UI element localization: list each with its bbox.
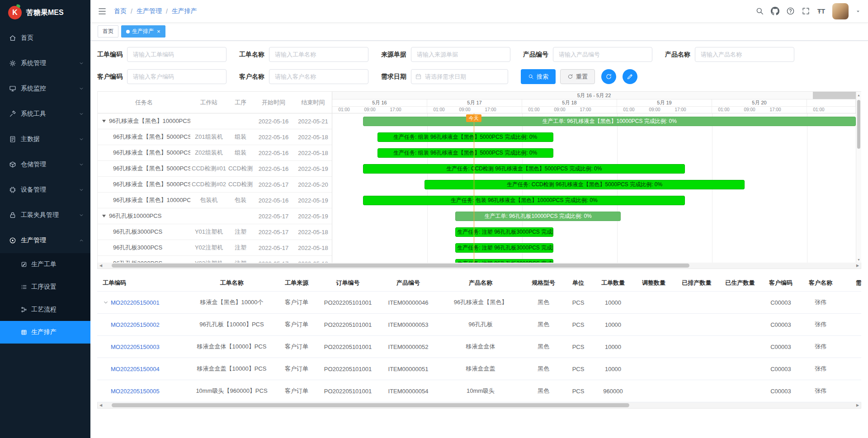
- sidebar-item-warehouse[interactable]: 仓储管理: [0, 152, 90, 177]
- scrollbar-track[interactable]: [104, 402, 854, 408]
- user-avatar[interactable]: [832, 3, 849, 19]
- gantt-bar[interactable]: 生产任务: CCD检测 96孔移液盒【黑色】5000PCS 完成比例: 0%: [363, 164, 685, 174]
- breadcrumb-separator: /: [166, 8, 168, 15]
- product-name-input[interactable]: [695, 47, 794, 62]
- work-order-name-input[interactable]: [269, 47, 368, 62]
- sidebar-item-home[interactable]: 首页: [0, 25, 90, 51]
- scroll-left-arrow-icon[interactable]: ◀: [98, 263, 104, 268]
- navbar-actions: ŦT: [755, 3, 861, 19]
- gantt-horizontal-scrollbar[interactable]: ◀ ▶: [97, 263, 861, 269]
- timeline-hour-label: 09:00: [459, 107, 470, 113]
- order-cell-customer_name: 张伟: [801, 387, 840, 395]
- orders-horizontal-scrollbar[interactable]: ◀ ▶: [97, 402, 861, 409]
- order-row[interactable]: MO202205150004移液盒盒盖【10000】PCS客户订单PO20220…: [97, 358, 861, 380]
- sidebar-item-master-data[interactable]: 主数据: [0, 127, 90, 152]
- gantt-bar[interactable]: 生产任务: 注塑 96孔孔板3000PCS 完成比例: 0%: [455, 259, 553, 263]
- sidebar-item-process-flow[interactable]: 工艺流程: [0, 298, 90, 321]
- sidebar-item-equipment[interactable]: 设备管理: [0, 177, 90, 203]
- gantt-bar-label: 生产任务: 组装 96孔移液盒【黑色】5000PCS 完成比例: 0%: [393, 149, 537, 157]
- reset-button[interactable]: 重置: [560, 69, 595, 84]
- question-icon[interactable]: [786, 7, 795, 15]
- collapse-caret-icon[interactable]: [102, 215, 106, 217]
- fontsize-icon[interactable]: ŦT: [817, 7, 826, 15]
- gantt-timeline: 5月 16 - 5月 22 5月 165月 175月 185月 195月 20 …: [332, 92, 856, 263]
- sidebar-item-system-tools[interactable]: 系统工具: [0, 101, 90, 127]
- order-row[interactable]: MO20220515000296孔孔板【10000】PCS客户订单PO20220…: [97, 314, 861, 336]
- scroll-up-arrow-icon[interactable]: ▲: [856, 92, 861, 98]
- gantt-bar[interactable]: 生产工单: 96孔移液盒【黑色】10000PCS 完成比例: 0%: [363, 117, 856, 126]
- scroll-down-arrow-icon[interactable]: ▼: [856, 257, 861, 262]
- timeline-day-label: 5月 17: [427, 99, 522, 106]
- vertical-scrollbar-thumb[interactable]: [857, 100, 860, 149]
- gantt-bar[interactable]: 生产任务: 组装 96孔移液盒【黑色】5000PCS 完成比例: 0%: [377, 132, 553, 142]
- order-cell-demand_date: 202: [840, 299, 861, 306]
- sidebar-item-production[interactable]: 生产管理: [0, 228, 90, 253]
- order-row[interactable]: MO202205150001移液盒【黑色】10000个客户订单PO2022051…: [97, 292, 861, 314]
- sidebar-item-fixtures[interactable]: 工装夹具管理: [0, 203, 90, 228]
- customer-code-input[interactable]: [127, 69, 226, 84]
- search-button[interactable]: 搜索: [521, 69, 556, 84]
- order-code-link[interactable]: MO202205150005: [111, 388, 160, 395]
- gantt-task-row[interactable]: 96孔孔板10000PCS2022-05-172022-05-19: [98, 208, 332, 224]
- search-icon[interactable]: [755, 7, 764, 15]
- gantt-vertical-scrollbar[interactable]: ▲ ▼: [856, 92, 861, 263]
- sidebar-item-scheduling[interactable]: 生产排产: [0, 321, 90, 344]
- app-title: 苦糖果MES: [26, 8, 64, 18]
- scroll-right-arrow-icon[interactable]: ▶: [854, 263, 861, 268]
- order-code-link[interactable]: MO202205150003: [111, 344, 160, 350]
- order-code-link[interactable]: MO202205150002: [111, 321, 160, 328]
- source-doc-input[interactable]: [411, 47, 510, 62]
- collapse-caret-icon[interactable]: [102, 120, 106, 122]
- order-row[interactable]: MO20220515000510mm吸头【960000】PCS客户订单PO202…: [97, 380, 861, 402]
- breadcrumb-item[interactable]: 首页: [114, 7, 127, 15]
- gantt-bar[interactable]: 生产任务: 包装 96孔移液盒【黑色】10000PCS 完成比例: 0%: [363, 196, 685, 205]
- gantt-bar[interactable]: 生产任务: 注塑 96孔孔板3000PCS 完成比例: 0%: [455, 243, 553, 253]
- sidebar-item-process-setup[interactable]: 工序设置: [0, 276, 90, 298]
- github-icon[interactable]: [771, 7, 779, 15]
- gantt-task-row[interactable]: 96孔移液盒【黑色】5000PCSZ02组装机组装2022-05-162022-…: [98, 145, 332, 161]
- order-code-link[interactable]: MO202205150004: [111, 366, 160, 372]
- close-icon[interactable]: ×: [157, 28, 160, 35]
- tab-active[interactable]: 生产排产×: [121, 25, 165, 38]
- sidebar-item-work-order[interactable]: 生产工单: [0, 253, 90, 276]
- gantt-task-row[interactable]: 96孔移液盒【黑色】5000PCSCCD检测#02CCD检测2022-05-17…: [98, 177, 332, 193]
- gantt-bar[interactable]: 生产任务: 注塑 96孔孔板3000PCS 完成比例: 0%: [455, 227, 553, 237]
- fullscreen-icon[interactable]: [802, 7, 810, 15]
- gantt-task-row[interactable]: 96孔移液盒【黑色】10000PCS包装机包装2022-05-162022-05…: [98, 193, 332, 208]
- hamburger-icon[interactable]: [98, 7, 107, 16]
- gantt-task-row[interactable]: 96孔孔板3000PCSY03注塑机注塑2022-05-172022-05-18: [98, 256, 332, 263]
- horizontal-scrollbar-thumb[interactable]: [112, 403, 629, 407]
- breadcrumb-item[interactable]: 生产排产: [172, 7, 197, 15]
- gantt-bar[interactable]: 生产任务: CCD检测 96孔移液盒【黑色】5000PCS 完成比例: 0%: [425, 180, 745, 189]
- chevron-down-icon[interactable]: [103, 299, 109, 306]
- breadcrumb-item[interactable]: 生产管理: [137, 7, 162, 15]
- gantt-task-row[interactable]: 96孔移液盒【黑色】10000PCS2022-05-162022-05-21: [98, 113, 332, 129]
- caret-down-icon[interactable]: [855, 9, 861, 14]
- gantt-task-row[interactable]: 96孔移液盒【黑色】5000PCSZ01组装机组装2022-05-162022-…: [98, 129, 332, 145]
- order-code-link[interactable]: MO202205150001: [111, 299, 160, 306]
- scroll-right-arrow-icon[interactable]: ▶: [854, 402, 861, 408]
- horizontal-scrollbar-thumb[interactable]: [112, 264, 689, 268]
- tab-home[interactable]: 首页: [98, 25, 118, 38]
- sidebar-item-system-monitor[interactable]: 系统监控: [0, 76, 90, 101]
- sidebar-item-system-admin[interactable]: 系统管理: [0, 51, 90, 76]
- demand-date-input[interactable]: [411, 69, 508, 84]
- gantt-chart-area: 今天生产工单: 96孔移液盒【黑色】10000PCS 完成比例: 0%生产任务:…: [332, 113, 856, 263]
- gantt-task-row[interactable]: 96孔孔板3000PCSY02注塑机注塑2022-05-172022-05-18: [98, 240, 332, 256]
- edit-button[interactable]: [623, 69, 637, 84]
- product-code-input[interactable]: [553, 47, 652, 62]
- gantt-bar[interactable]: 生产工单: 96孔孔板10000PCS 完成比例: 0%: [455, 212, 621, 221]
- refresh-button[interactable]: [601, 69, 616, 84]
- scrollbar-track[interactable]: [104, 263, 854, 268]
- scroll-left-arrow-icon[interactable]: ◀: [98, 402, 104, 408]
- order-row[interactable]: MO202205150003移液盒盒体【10000】PCS客户订单PO20220…: [97, 336, 861, 358]
- gantt-task-row[interactable]: 96孔移液盒【黑色】5000PCSCCD检测#01CCD检测2022-05-16…: [98, 161, 332, 177]
- timeline-hour-label: 09:00: [554, 107, 565, 113]
- gantt-task-row[interactable]: 96孔孔板3000PCSY01注塑机注塑2022-05-172022-05-18: [98, 224, 332, 240]
- customer-name-input[interactable]: [269, 69, 368, 84]
- work-order-code-input[interactable]: [127, 47, 226, 62]
- sidebar-item-label: 工装夹具管理: [21, 211, 74, 219]
- gantt-bar[interactable]: 生产任务: 组装 96孔移液盒【黑色】5000PCS 完成比例: 0%: [377, 148, 553, 158]
- sidebar-menu: 首页系统管理系统监控系统工具主数据仓储管理设备管理工装夹具管理生产管理生产工单工…: [0, 25, 90, 344]
- order-cell-code: MO202205150003: [97, 344, 188, 350]
